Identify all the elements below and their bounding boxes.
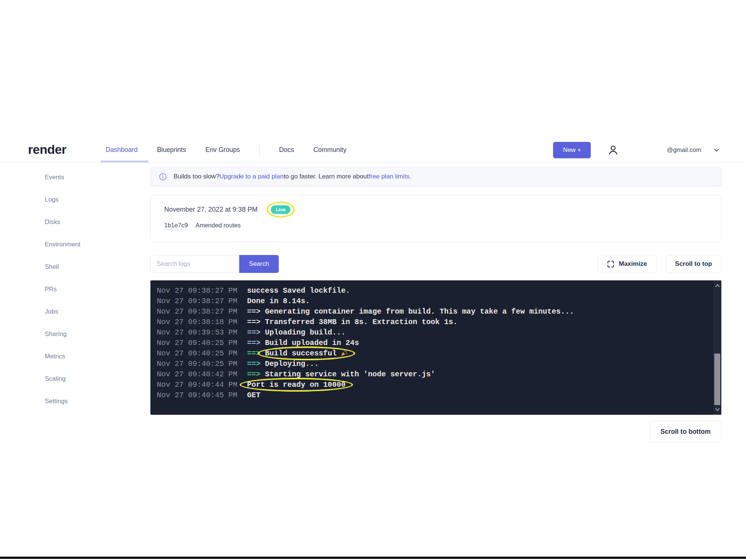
log-message: ==>Deploying... [247,360,319,368]
nav-item-env-groups[interactable]: Env Groups [205,146,240,154]
log-timestamp: Nov 27 09:38:27 PM [157,307,247,316]
log-arrow: ==> [247,370,260,379]
live-status-badge: Live [271,205,290,214]
log-line: Nov 27 09:38:27 PMDone in 8.14s. [157,296,703,306]
log-message: GET [247,391,260,399]
new-button[interactable]: New + [553,142,591,158]
log-text: Transferred 38MB in 8s. Extraction took … [265,318,458,326]
nav-right-group: New + @gmail.com [553,137,720,162]
log-text: Generating container image from build. T… [265,307,574,316]
search-logs-input[interactable] [150,255,239,273]
scroll-to-bottom-label: Scroll to bottom [661,428,711,436]
log-arrow: ==> [247,328,260,337]
log-line: Nov 27 09:38:27 PM==>Generating containe… [157,306,703,317]
nav-item-community[interactable]: Community [313,146,347,154]
party-popper-icon [340,349,348,357]
maximize-icon [607,261,614,268]
deploy-card: November 27, 2022 at 9:38 PM Live 1b1e7c… [150,195,721,242]
log-line: Nov 27 09:40:25 PM==>Build uploaded in 2… [157,337,703,348]
live-status-wrap: Live [271,205,290,214]
log-message: ==>Uploading build... [247,328,346,337]
log-text: GET [247,391,260,399]
log-message: ==>Generating container image from build… [247,307,574,316]
nav-divider [259,143,260,157]
log-line: Nov 27 09:40:25 PM==>Build successful [157,348,703,358]
log-timestamp: Nov 27 09:40:25 PM [157,360,247,368]
log-message: ==>Transferred 38MB in 8s. Extraction to… [247,318,458,326]
log-line: Nov 27 09:38:27 PMsuccess Saved lockfile… [157,285,703,296]
free-plan-limits-link[interactable]: free plan limits [369,173,410,180]
upgrade-plan-link[interactable]: Upgrade to a paid plan [219,173,284,180]
scrollbar-down-arrow[interactable] [713,405,721,414]
log-message: Port is ready on 10000 [247,380,346,389]
log-line: Nov 27 09:40:42 PM==>Starting service wi… [157,369,703,379]
log-text: Starting service with 'node server.js' [265,370,435,379]
commit-message: Amended routes [196,222,241,228]
log-line: Nov 27 09:39:53 PM==>Uploading build... [157,327,703,337]
nav-item-docs[interactable]: Docs [279,146,294,154]
logs-toolbar: Search Maximize Scroll to top [150,255,721,273]
nav-item-dashboard[interactable]: Dashboard [106,146,138,154]
log-line: Nov 27 09:40:44 PMPort is ready on 10000 [157,379,703,390]
log-timestamp: Nov 27 09:40:44 PM [157,380,247,389]
search-button[interactable]: Search [239,255,279,273]
scroll-to-top-button[interactable]: Scroll to top [666,255,721,273]
log-text: Deploying... [265,360,319,368]
sidebar-item-disks[interactable]: Disks [45,211,134,233]
sidebar: EventsLogsDisksEnvironmentShellPRsJobsSh… [45,166,134,413]
maximize-button[interactable]: Maximize [598,255,656,273]
sidebar-item-shell[interactable]: Shell [45,256,134,278]
log-timestamp: Nov 27 09:40:45 PM [157,391,247,399]
sidebar-item-sharing[interactable]: Sharing [45,323,134,345]
log-message: success Saved lockfile. [247,286,350,295]
info-icon [159,173,167,181]
annotated-log-text: Port is ready on 10000 [247,380,346,389]
log-message: Done in 8.14s. [247,297,310,305]
scroll-to-bottom-button[interactable]: Scroll to bottom [650,421,721,442]
log-timestamp: Nov 27 09:40:25 PM [157,349,247,358]
log-timestamp: Nov 27 09:40:25 PM [157,339,247,347]
log-line: Nov 27 09:40:25 PM==>Deploying... [157,358,703,369]
log-arrow: ==> [247,339,260,347]
terminal-scrollbar [713,280,721,415]
sidebar-item-logs[interactable]: Logs [45,189,134,211]
chevron-down-icon[interactable] [713,147,720,153]
log-timestamp: Nov 27 09:38:18 PM [157,318,247,326]
scrollbar-thumb[interactable] [714,354,720,405]
log-terminal[interactable]: Nov 27 09:38:27 PMsuccess Saved lockfile… [150,280,721,415]
sidebar-item-environment[interactable]: Environment [45,233,134,256]
active-tab-underline [101,161,149,162]
log-line: Nov 27 09:40:45 PMGET [157,390,703,400]
log-text: Build successful [265,349,337,358]
log-timestamp: Nov 27 09:38:27 PM [157,297,247,305]
deploy-date: November 27, 2022 at 9:38 PM [164,206,257,214]
log-timestamp: Nov 27 09:39:53 PM [157,328,247,337]
commit-hash[interactable]: 1b1e7c9 [164,222,188,230]
sidebar-item-metrics[interactable]: Metrics [45,345,134,368]
sidebar-item-scaling[interactable]: Scaling [45,368,134,390]
sidebar-item-events[interactable]: Events [45,166,134,189]
scrollbar-up-arrow[interactable] [713,281,721,290]
banner-text-middle: to go faster. Learn more about [284,173,369,180]
user-profile-icon[interactable] [607,144,619,156]
bottom-black-bar [0,557,746,559]
log-message: ==>Build uploaded in 24s [247,339,359,347]
log-text: success Saved lockfile. [247,286,350,295]
log-arrow: ==> [247,318,260,326]
maximize-label: Maximize [619,260,647,268]
log-text: Port is ready on 10000 [247,380,346,389]
account-email[interactable]: @gmail.com [667,146,701,153]
sidebar-item-settings[interactable]: Settings [45,390,134,413]
log-lines: Nov 27 09:38:27 PMsuccess Saved lockfile… [157,285,703,400]
log-text: Build uploaded in 24s [265,339,359,347]
upgrade-banner: Builds too slow? Upgrade to a paid plan … [150,167,721,186]
render-logo[interactable]: render [28,142,66,157]
annotated-log-text: Build successful [265,349,348,358]
log-line: Nov 27 09:38:18 PM==>Transferred 38MB in… [157,317,703,327]
page: render DashboardBlueprintsEnv GroupsDocs… [0,0,746,560]
top-navbar: render DashboardBlueprintsEnv GroupsDocs… [0,137,746,163]
log-text: Done in 8.14s. [247,297,310,305]
nav-item-blueprints[interactable]: Blueprints [157,146,186,154]
sidebar-item-prs[interactable]: PRs [45,278,134,301]
sidebar-item-jobs[interactable]: Jobs [45,301,134,323]
